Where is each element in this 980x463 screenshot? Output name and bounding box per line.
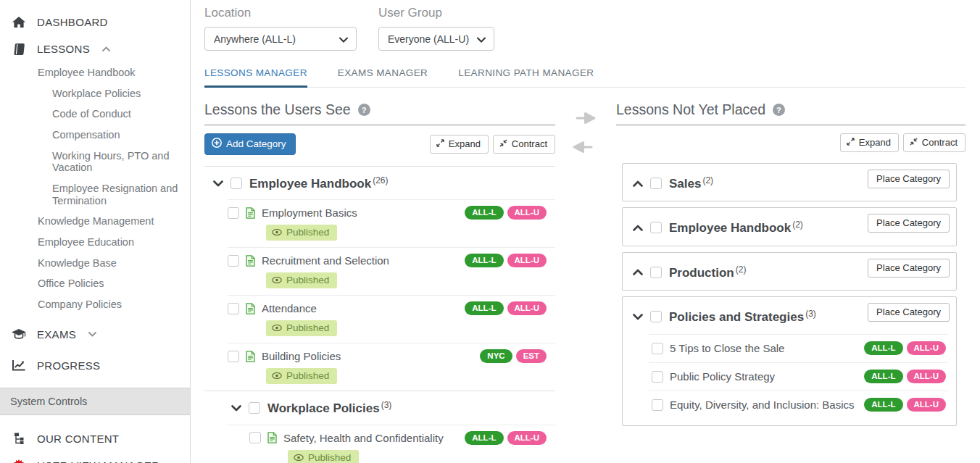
red-burst-icon — [12, 459, 26, 463]
document-icon — [246, 255, 255, 267]
sidebar-subitem[interactable]: Workplace Policies — [0, 83, 190, 104]
expand-icon — [847, 137, 855, 148]
category-checkbox[interactable] — [231, 178, 242, 189]
sitemap-icon — [12, 433, 26, 444]
lesson-checkbox[interactable] — [228, 207, 239, 219]
expand-button[interactable]: Expand — [840, 133, 899, 152]
lesson-title[interactable]: 5 Tips to Close the Sale — [670, 342, 858, 354]
lesson-title[interactable]: Attendance — [262, 302, 458, 314]
sidebar-item-exams[interactable]: EXAMS — [0, 321, 190, 348]
lesson-title[interactable]: Employment Basics — [262, 207, 458, 219]
sidebar-item-user-view-manager[interactable]: USER VIEW MANAGER — [0, 452, 190, 463]
document-icon — [246, 303, 255, 314]
left-toolbar: Add Category Expand — [204, 133, 555, 155]
expand-label: Expand — [859, 137, 891, 148]
tab-learning-path-manager[interactable]: LEARNING PATH MANAGER — [458, 67, 594, 87]
unplaced-lessons-list: Sales(2) Place Category Employee Handboo… — [616, 163, 966, 426]
user-group-select[interactable]: Everyone (ALL-U) — [378, 27, 494, 51]
lesson-row: Building Policies NYCEST Published — [204, 343, 555, 391]
lesson-checkbox[interactable] — [652, 371, 663, 383]
help-icon[interactable]: ? — [358, 104, 370, 116]
contract-button[interactable]: Contract — [493, 135, 555, 154]
unplaced-lesson-row: Equity, Diversity, and Inclusion: Basics… — [623, 391, 956, 419]
audience-badge: ALL-U — [907, 370, 947, 383]
category-checkbox[interactable] — [650, 222, 662, 233]
tab-lessons-manager[interactable]: LESSONS MANAGER — [204, 67, 307, 88]
help-icon[interactable]: ? — [773, 104, 785, 116]
audience-badge: ALL-U — [907, 398, 947, 412]
category-title: Production(2) — [669, 264, 746, 280]
graduation-cap-icon — [12, 329, 26, 340]
chevron-up-icon[interactable] — [633, 225, 643, 231]
lesson-title[interactable]: Building Policies — [262, 350, 473, 362]
user-group-selected-value: Everyone (ALL-U) — [388, 33, 469, 45]
tab-exams-manager[interactable]: EXAMS MANAGER — [338, 67, 428, 87]
contract-button[interactable]: Contract — [903, 133, 966, 152]
sidebar-item-dashboard[interactable]: DASHBOARD — [0, 9, 190, 36]
placed-lessons-list: Employee Handbook(26) Employment Basics … — [204, 166, 555, 463]
chevron-down-icon[interactable] — [213, 180, 223, 187]
sidebar-subitem[interactable]: Code of Conduct — [0, 104, 190, 125]
location-select[interactable]: Anywhere (ALL-L) — [204, 27, 357, 51]
audience-badge: ALL-U — [507, 254, 547, 267]
sidebar-subitem[interactable]: Company Policies — [0, 294, 190, 315]
sidebar-item-lessons[interactable]: LESSONS — [0, 36, 190, 62]
category-header: Workplace Policies(3) — [204, 391, 555, 424]
lesson-checkbox[interactable] — [228, 255, 239, 267]
category-lessons: 5 Tips to Close the Sale ALL-LALL-U Publ… — [623, 334, 956, 425]
sidebar-subitem[interactable]: Knowledge Base — [0, 253, 190, 274]
category-checkbox[interactable] — [650, 178, 662, 189]
category-title: Employee Handbook(26) — [249, 175, 388, 191]
chevron-down-icon[interactable] — [633, 314, 643, 320]
expand-button[interactable]: Expand — [430, 135, 489, 154]
sidebar-subitem[interactable]: Office Policies — [0, 273, 190, 294]
lesson-checkbox[interactable] — [652, 343, 663, 354]
category-checkbox[interactable] — [249, 402, 260, 414]
lesson-row: Recruitment and Selection ALL-LALL-U Pub… — [204, 247, 555, 295]
sidebar-item-label: EXAMS — [37, 328, 76, 341]
lesson-title[interactable]: Public Policy Strategy — [670, 370, 858, 383]
lesson-checkbox[interactable] — [249, 432, 261, 443]
right-panel-title-row: Lessons Not Yet Placed ? — [616, 101, 966, 118]
category-checkbox[interactable] — [650, 267, 662, 278]
sidebar-subitem[interactable]: Knowledge Management — [0, 211, 190, 232]
audience-badge: ALL-L — [465, 254, 503, 267]
sidebar-subitem[interactable]: Compensation — [0, 125, 190, 146]
sidebar-item-our-content[interactable]: OUR CONTENT — [0, 425, 190, 452]
place-category-button[interactable]: Place Category — [868, 303, 950, 322]
sidebar-subitem[interactable]: Employee Handbook — [0, 62, 190, 83]
move-left-arrow-icon[interactable] — [571, 138, 594, 159]
sidebar-item-progress[interactable]: PROGRESS — [0, 352, 190, 379]
sidebar-subitem[interactable]: Employee Education — [0, 232, 190, 253]
panels-row: Lessons the Users See ? Add Category — [204, 101, 966, 463]
sidebar-item-label: USER VIEW MANAGER — [37, 459, 159, 463]
chevron-down-icon — [339, 33, 348, 45]
category-checkbox[interactable] — [650, 311, 662, 322]
lesson-row: Employment Basics ALL-LALL-U Published — [204, 199, 555, 247]
lesson-badges: ALL-LALL-U — [465, 301, 547, 315]
place-category-button[interactable]: Place Category — [868, 259, 950, 278]
chevron-up-icon[interactable] — [633, 180, 643, 187]
unplaced-category-card: Policies and Strategies(3) Place Categor… — [622, 296, 957, 426]
sidebar-subitem[interactable]: Employee Resignation and Termination — [0, 178, 190, 211]
chevron-down-icon[interactable] — [231, 405, 241, 412]
lesson-checkbox[interactable] — [652, 399, 663, 411]
place-category-button[interactable]: Place Category — [868, 170, 950, 188]
lesson-checkbox[interactable] — [228, 351, 239, 362]
add-category-button[interactable]: Add Category — [204, 133, 296, 155]
user-group-filter: User Group Everyone (ALL-U) — [378, 6, 494, 51]
lesson-badges: ALL-LALL-U — [864, 341, 946, 355]
lesson-checkbox[interactable] — [228, 303, 239, 314]
audience-badge: ALL-U — [507, 206, 547, 220]
lesson-title[interactable]: Equity, Diversity, and Inclusion: Basics — [670, 399, 858, 411]
place-category-button[interactable]: Place Category — [868, 214, 950, 233]
contract-label: Contract — [922, 137, 958, 148]
move-right-arrow-icon[interactable] — [574, 109, 597, 130]
lesson-title[interactable]: Recruitment and Selection — [262, 254, 458, 267]
audience-badge: ALL-L — [864, 370, 902, 383]
chevron-up-icon[interactable] — [633, 269, 643, 275]
category-lessons: Employment Basics ALL-LALL-U Published R… — [204, 199, 555, 391]
contract-icon — [910, 137, 918, 148]
sidebar-subitem[interactable]: Working Hours, PTO and Vacation — [0, 146, 190, 178]
lesson-title[interactable]: Safety, Health and Confidentiality — [283, 432, 458, 444]
